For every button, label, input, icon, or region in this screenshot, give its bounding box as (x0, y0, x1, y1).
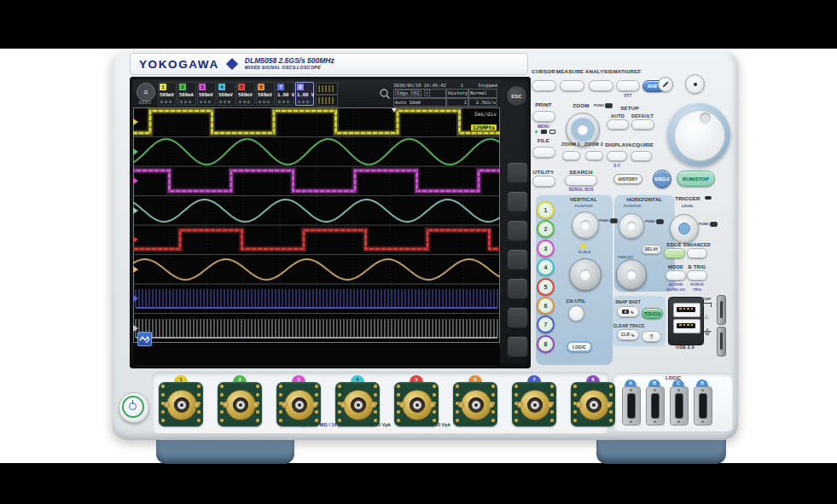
horizontal-push-label: PUSH (645, 219, 664, 224)
history-button[interactable]: HISTORY (613, 174, 642, 184)
print-shift-label: MENU (520, 125, 567, 129)
print-button[interactable] (532, 111, 555, 122)
snap-shot-label: SNAP SHOT (604, 300, 652, 305)
fft-shift-label: FFT (616, 94, 640, 98)
trace-marker-ch1 (133, 119, 138, 125)
enhanced-label: ENHANCED (673, 242, 721, 247)
usb-label: USB 2.0 (668, 345, 702, 350)
bnc-input-ch3: 3 (276, 375, 322, 430)
vertical-scale-knob[interactable] (569, 258, 602, 291)
logic-b-indicator[interactable] (316, 95, 338, 107)
run-stop-button[interactable]: RUN/STOP (677, 171, 715, 187)
screen-menu-button[interactable]: ≡ (137, 83, 155, 101)
mathref-button[interactable] (616, 80, 640, 91)
model-subtitle: MIXED SIGNAL OSCILLOSCOPE (245, 66, 334, 71)
cursor-button[interactable] (532, 80, 556, 91)
utility-button[interactable] (532, 176, 555, 187)
softkey-3[interactable] (507, 220, 528, 241)
help-button[interactable]: ? (642, 331, 661, 342)
trace-marker-ch2 (133, 148, 138, 155)
channel-8-button[interactable]: 8 (537, 335, 555, 353)
bnc-ring (284, 390, 315, 420)
channel-status-1[interactable]: 1500mV (158, 82, 177, 106)
horizontal-position-knob[interactable] (619, 213, 644, 239)
status-trigger-mode: Auto 10mA (393, 98, 446, 107)
letterbox-bottom (0, 463, 837, 504)
auto-button[interactable] (607, 119, 629, 130)
logic-port-A (622, 386, 641, 426)
channel-5-button[interactable]: 5 (537, 278, 555, 296)
ch-util-button[interactable] (568, 305, 584, 322)
b-trig-button[interactable] (687, 270, 707, 281)
annotation-pen-icon[interactable] (137, 332, 152, 346)
menu-icon: ≡ (143, 88, 148, 96)
default-button[interactable] (631, 119, 654, 130)
vertical-led (581, 244, 585, 248)
brand-badge: YOKOGAWA DLM5058 2.5GS/s 500MHz MIXED SI… (130, 53, 528, 75)
softkey-2[interactable] (507, 191, 528, 212)
esc-label: ESC (511, 94, 521, 99)
snap-shot-button[interactable]: ∿ (617, 306, 639, 317)
power-button[interactable] (119, 392, 149, 423)
single-button[interactable]: SINGLE (653, 170, 671, 188)
comp-square-wave-icon (703, 303, 712, 307)
logic-a-indicator[interactable] (316, 83, 338, 95)
zoom1-button[interactable] (562, 151, 580, 160)
enhanced-button[interactable] (687, 248, 707, 258)
trigger-level-knob[interactable] (670, 214, 699, 243)
vertical-label: VERTICAL (560, 196, 607, 202)
softkey-7[interactable] (507, 336, 528, 357)
channel-status-3[interactable]: 3500mV (197, 82, 216, 106)
jog-dial[interactable] (667, 103, 730, 166)
acquire-button[interactable] (631, 151, 652, 161)
channel-status-4[interactable]: 4500mV (217, 82, 235, 106)
clear-trace-button[interactable]: CLR∿ (617, 329, 639, 340)
file-button[interactable] (532, 147, 555, 158)
logic-port-tag-B: B (648, 379, 660, 386)
channel-status-2[interactable]: 2500mA (177, 82, 196, 106)
channel-6-button[interactable]: 6 (537, 297, 555, 315)
channel-status-5[interactable]: 5500mV (236, 82, 255, 106)
channel-probe-marks (160, 101, 172, 103)
vertical-position-knob[interactable] (572, 211, 599, 239)
touch-button[interactable]: TOUCH (642, 308, 663, 319)
softkey-4[interactable] (507, 249, 528, 270)
search-button[interactable] (565, 175, 597, 186)
channel-1-button[interactable]: 1 (537, 201, 555, 219)
logic-port-C (670, 386, 689, 426)
display-screen[interactable]: ≡ MENU 1500mV2500mA3500mV4500mV5500mV650… (133, 80, 500, 365)
reset-button[interactable] (658, 77, 673, 92)
status-acq-mode: Normal (468, 89, 497, 98)
b-trig-label: B TRIG (673, 264, 721, 270)
channel-status-6[interactable]: 6500mV (256, 82, 275, 106)
display-button[interactable] (607, 151, 627, 161)
softkey-5[interactable] (507, 278, 528, 299)
channel-color-tag: 3 (199, 84, 206, 90)
camera-icon (622, 310, 629, 314)
channel-value: 500mV (238, 92, 255, 97)
status-acq-count: 1 (461, 82, 463, 89)
status-history-count: 1 (446, 98, 468, 107)
mode-button[interactable] (666, 270, 686, 281)
bnc-ring (343, 390, 374, 420)
softkey-6[interactable] (507, 307, 528, 328)
set-button[interactable] (685, 74, 705, 94)
analysis-button[interactable] (589, 80, 613, 91)
bnc-ring (225, 390, 256, 420)
zoom-search-icon[interactable] (379, 88, 391, 100)
channel-status-8[interactable]: 81.00 V (295, 82, 314, 106)
channel-status-7[interactable]: 71.00 V (276, 82, 294, 106)
timediv-knob[interactable] (616, 259, 647, 290)
channel-3-button[interactable]: 3 (537, 240, 555, 258)
touch-label: TOUCH (644, 311, 660, 316)
channel-probe-marks (219, 101, 231, 103)
logic-button[interactable]: LOGIC (567, 341, 592, 352)
bnc-plate (571, 382, 615, 426)
edge-button[interactable] (664, 248, 685, 258)
measure-button[interactable] (560, 80, 584, 91)
bnc-plate (218, 382, 262, 426)
bnc-input-ch5: 5 (393, 375, 439, 430)
channel-color-tag: 7 (277, 84, 284, 90)
usb-port-1 (673, 303, 700, 317)
zoom2-button[interactable] (585, 151, 603, 160)
